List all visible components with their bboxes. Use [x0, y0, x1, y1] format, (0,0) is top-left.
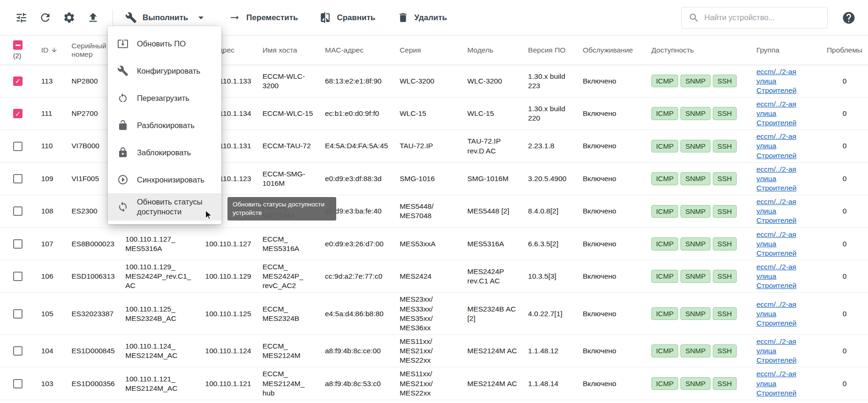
- row-checkbox[interactable]: [13, 239, 23, 249]
- menu-item-label: Синхронизировать: [137, 175, 204, 185]
- menu-item-7[interactable]: Обновить статусы доступности: [108, 193, 221, 221]
- problems-cell: 0: [821, 335, 868, 367]
- mac-cell: 68:13:e2:e1:8f:90: [320, 65, 395, 97]
- series-cell: TAU-72.IP: [395, 130, 462, 162]
- sync-icon: [117, 201, 128, 213]
- column-header-hostname[interactable]: Имя хоста: [258, 36, 320, 65]
- group-link[interactable]: eccm/../2-ая улица Строителей: [756, 337, 797, 364]
- model-cell: MES2124M AC: [463, 335, 524, 367]
- id-cell: 106: [37, 260, 67, 293]
- row-checkbox[interactable]: [13, 76, 23, 86]
- group-link[interactable]: eccm/../2-ая улица Строителей: [756, 100, 797, 127]
- availability-badge-ssh: SSH: [713, 140, 737, 153]
- upload-icon[interactable]: [87, 11, 99, 24]
- move-button[interactable]: Переместить: [229, 12, 298, 23]
- checkbox-cell: [0, 367, 37, 400]
- menu-item-2[interactable]: Конфигурировать: [108, 57, 221, 84]
- group-cell: eccm/../2-ая улица Строителей: [752, 195, 821, 228]
- row-checkbox[interactable]: [13, 174, 23, 183]
- refresh-icon[interactable]: [39, 11, 52, 24]
- row-checkbox[interactable]: [13, 346, 23, 356]
- help-icon[interactable]: [842, 11, 856, 25]
- table-row: 107ES8B000023100.110.1.127_​MES5316A100.…: [0, 228, 868, 260]
- menu-item-3[interactable]: Перезагрузить: [108, 84, 221, 112]
- model-cell: WLC-15: [463, 97, 524, 129]
- firmware-cell: 1.1.48.14: [523, 367, 578, 400]
- firmware-cell: 1.1.48.12: [523, 335, 578, 367]
- availability-badge-icmp: ICMP: [651, 270, 679, 283]
- group-cell: eccm/../2-ая улица Строителей: [752, 293, 821, 335]
- firmware-cell: 3.20.5.4900: [523, 162, 578, 195]
- group-link[interactable]: eccm/../2-ая улица Строителей: [756, 132, 797, 159]
- column-header-firmware[interactable]: Версия ПО: [523, 36, 578, 65]
- series-cell: WLC-15: [395, 97, 462, 129]
- availability-badge-snmp: SNMP: [680, 237, 710, 251]
- availability-badge-snmp: SNMP: [680, 107, 710, 120]
- availability-badge-icmp: ICMP: [651, 107, 679, 120]
- group-link[interactable]: eccm/../2-ая улица Строителей: [756, 198, 797, 224]
- selected-count: (2): [13, 52, 32, 60]
- availability-cell: ICMPSNMPSSH: [647, 65, 752, 97]
- execute-button[interactable]: Выполнить: [125, 11, 207, 24]
- id-cell: 103: [37, 367, 67, 400]
- availability-badge-ssh: SSH: [713, 307, 737, 320]
- group-cell: eccm/../2-ая улица Строителей: [752, 130, 821, 162]
- delete-button[interactable]: Удалить: [397, 12, 447, 23]
- group-cell: eccm/../2-ая улица Строителей: [752, 335, 821, 367]
- series-cell: MES53xxA: [395, 228, 462, 260]
- model-cell: MES2424P rev.C1 AC: [463, 260, 524, 293]
- group-link[interactable]: eccm/../2-ая улица Строителей: [756, 300, 797, 327]
- menu-item-6[interactable]: Синхронизировать: [108, 166, 221, 193]
- group-link[interactable]: eccm/../2-ая улица Строителей: [756, 230, 797, 257]
- menu-item-5[interactable]: Заблокировать: [108, 139, 221, 166]
- availability-badge-snmp: SNMP: [680, 172, 710, 185]
- id-cell: 105: [37, 293, 67, 335]
- trash-icon: [397, 12, 409, 23]
- series-cell: MES2424: [395, 260, 462, 293]
- firmware-cell: 2.23.1.8: [523, 130, 578, 162]
- row-checkbox[interactable]: [13, 379, 23, 388]
- table-row: 104ES1D000845100.110.1.124_​MES2124M_​AC…: [0, 335, 868, 367]
- row-checkbox[interactable]: [13, 272, 23, 281]
- group-link[interactable]: eccm/../2-ая улица Строителей: [756, 370, 797, 396]
- menu-item-1[interactable]: Обновить ПО: [108, 30, 221, 57]
- availability-cell: ICMPSNMPSSH: [647, 293, 752, 335]
- group-link[interactable]: eccm/../2-ая улица Строителей: [756, 165, 797, 192]
- compare-button[interactable]: Сравнить: [319, 12, 375, 23]
- availability-cell: ICMPSNMPSSH: [647, 335, 752, 367]
- availability-badge-snmp: SNMP: [680, 377, 710, 390]
- group-cell: eccm/../2-ая улица Строителей: [752, 97, 821, 129]
- group-link[interactable]: eccm/../2-ая улица Строителей: [756, 68, 797, 94]
- column-header-id[interactable]: ID: [37, 36, 67, 65]
- select-all-checkbox[interactable]: [13, 40, 23, 50]
- column-header-problems[interactable]: Проблемы: [821, 36, 868, 65]
- group-cell: eccm/../2-ая улица Строителей: [752, 367, 821, 400]
- hostname-cell: ECCM-WLC-3200: [258, 65, 320, 97]
- column-header-model[interactable]: Модель: [463, 36, 524, 65]
- row-checkbox[interactable]: [13, 206, 23, 216]
- menu-item-4[interactable]: Разблокировать: [108, 112, 221, 139]
- ip-cell: 100.110.1.121: [201, 367, 258, 400]
- group-cell: eccm/../2-ая улица Строителей: [752, 228, 821, 260]
- checkbox-cell: [0, 228, 37, 260]
- column-header-group[interactable]: Группа: [752, 36, 821, 65]
- problems-cell: 0: [821, 367, 868, 400]
- column-header-maintenance[interactable]: Обслуживание: [578, 36, 647, 65]
- group-link[interactable]: eccm/../2-ая улица Строителей: [756, 263, 797, 289]
- column-header-mac[interactable]: MAC-адрес: [320, 36, 395, 65]
- column-header-availability[interactable]: Доступность: [647, 36, 752, 65]
- search-input[interactable]: [704, 13, 821, 22]
- menu-item-label: Конфигурировать: [137, 66, 200, 76]
- settings-gear-icon[interactable]: [63, 11, 75, 24]
- row-checkbox[interactable]: [13, 109, 23, 118]
- availability-cell: ICMPSNMPSSH: [647, 162, 752, 195]
- row-checkbox[interactable]: [13, 142, 23, 151]
- series-cell: SMG-1016: [395, 162, 462, 195]
- column-header-series[interactable]: Серия: [395, 36, 462, 65]
- problems-cell: 0: [821, 228, 868, 260]
- series-cell: MES11xx/​MES21xx/​MES22xx: [395, 335, 462, 367]
- mac-cell: E4:5A:D4:FA:5A:45: [320, 130, 395, 162]
- filter-icon[interactable]: [15, 11, 28, 24]
- id-cell: 113: [37, 65, 67, 97]
- row-checkbox[interactable]: [13, 309, 23, 319]
